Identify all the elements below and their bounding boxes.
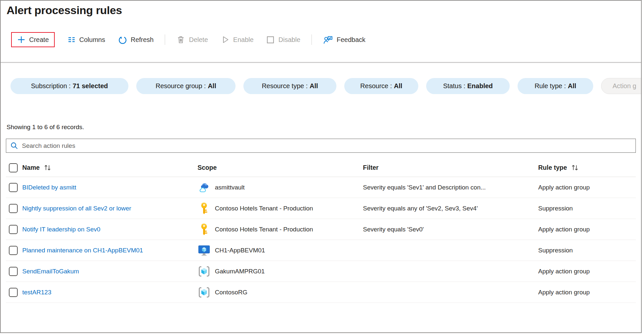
square-icon — [266, 35, 275, 44]
table-row[interactable]: Planned maintenance on CH1-AppBEVM01CH1-… — [6, 240, 636, 261]
filter-pill-resource-type[interactable]: Resource type : All — [243, 78, 336, 94]
pill-label: Subscription : — [31, 82, 70, 90]
play-icon — [220, 35, 230, 44]
virtual-machine-icon — [198, 244, 211, 257]
sort-icon — [44, 164, 52, 171]
pill-label: Rule type : — [535, 82, 566, 90]
resource-group-icon — [198, 265, 211, 278]
sort-icon — [571, 164, 579, 171]
scope-label: Contoso Hotels Tenant - Production — [215, 205, 313, 212]
pill-label: Action g — [613, 82, 636, 90]
row-checkbox[interactable] — [9, 246, 18, 255]
rule-name-link[interactable]: testAR123 — [22, 289, 51, 296]
filter-text: Severity equals 'Sev0' — [363, 226, 538, 233]
disable-label: Disable — [278, 36, 300, 44]
filter-pill-status[interactable]: Status : Enabled — [426, 78, 510, 94]
alert-processing-rules-page: Alert processing rules Create Columns Re… — [0, 0, 642, 333]
key-vault-icon — [198, 223, 211, 236]
add-icon — [17, 35, 26, 44]
table-row[interactable]: BIDeleted by asmittasmittvaultSeverity e… — [6, 177, 636, 198]
pill-value: All — [568, 82, 577, 90]
pill-value: Enabled — [467, 82, 493, 90]
columns-button[interactable]: Columns — [67, 35, 105, 44]
table-body: BIDeleted by asmittasmittvaultSeverity e… — [6, 177, 636, 303]
pill-value: All — [394, 82, 403, 90]
rule-type-text: Suppression — [538, 205, 636, 212]
row-checkbox[interactable] — [9, 267, 18, 276]
rule-type-text: Suppression — [538, 247, 636, 254]
pill-value: All — [208, 82, 216, 90]
refresh-icon — [118, 35, 127, 45]
resource-group-icon — [198, 286, 211, 299]
pill-value: 71 selected — [73, 82, 108, 90]
enable-label: Enable — [233, 36, 254, 44]
select-all-checkbox[interactable] — [9, 163, 18, 172]
filter-pill-action-g: Action g — [601, 78, 641, 94]
delete-button[interactable]: Delete — [176, 35, 208, 44]
column-header-rule-type[interactable]: Rule type — [538, 164, 636, 171]
table-row[interactable]: testAR123ContosoRGApply action group — [6, 282, 636, 303]
refresh-button[interactable]: Refresh — [118, 35, 154, 45]
row-checkbox[interactable] — [9, 288, 18, 297]
table-row[interactable]: Nightly suppression of all Sev2 or lower… — [6, 198, 636, 219]
scope-label: Contoso Hotels Tenant - Production — [215, 226, 313, 233]
filter-text: Severity equals 'Sev1' and Description c… — [363, 184, 538, 191]
rule-type-text: Apply action group — [538, 289, 636, 296]
pill-label: Resource : — [360, 82, 392, 90]
feedback-icon — [323, 35, 333, 45]
row-checkbox[interactable] — [9, 225, 18, 234]
filter-text: Severity equals any of 'Sev2, Sev3, Sev4… — [363, 205, 538, 212]
column-header-scope[interactable]: Scope — [198, 164, 363, 171]
scope-label: asmittvault — [215, 184, 245, 191]
create-label: Create — [29, 36, 49, 44]
search-box — [6, 139, 636, 153]
create-button[interactable]: Create — [11, 32, 55, 47]
toolbar-divider — [1, 62, 641, 63]
search-icon — [10, 142, 18, 150]
toolbar-separator — [165, 34, 165, 45]
disable-button[interactable]: Disable — [266, 35, 300, 44]
column-header-name[interactable]: Name — [22, 164, 198, 171]
key-vault-icon — [198, 202, 211, 215]
row-checkbox[interactable] — [9, 204, 18, 213]
columns-label: Columns — [79, 36, 105, 44]
feedback-label: Feedback — [337, 36, 366, 44]
records-count: Showing 1 to 6 of 6 records. — [7, 124, 641, 131]
rule-name-link[interactable]: Notify IT leadership on Sev0 — [22, 226, 100, 233]
rule-name-link[interactable]: BIDeleted by asmitt — [22, 184, 76, 191]
row-checkbox[interactable] — [9, 183, 18, 192]
delete-label: Delete — [189, 36, 208, 44]
search-input[interactable] — [22, 142, 632, 149]
feedback-button[interactable]: Feedback — [323, 35, 366, 45]
rule-name-link[interactable]: Planned maintenance on CH1-AppBEVM01 — [22, 247, 143, 254]
pill-label: Status : — [443, 82, 465, 90]
filter-pill-subscription[interactable]: Subscription : 71 selected — [10, 78, 128, 94]
filter-pill-resource-group[interactable]: Resource group : All — [136, 78, 236, 94]
rule-name-link[interactable]: Nightly suppression of all Sev2 or lower — [22, 205, 131, 212]
table-row[interactable]: Notify IT leadership on Sev0Contoso Hote… — [6, 219, 636, 240]
filter-pill-rule-type[interactable]: Rule type : All — [518, 78, 593, 94]
table-row[interactable]: SendEmailToGakumGakumAMPRG01Apply action… — [6, 261, 636, 282]
toolbar-separator — [312, 34, 312, 45]
enable-button[interactable]: Enable — [220, 35, 254, 44]
page-title: Alert processing rules — [1, 1, 641, 17]
rule-type-text: Apply action group — [538, 268, 636, 275]
pill-label: Resource type : — [262, 82, 308, 90]
recovery-vault-icon — [198, 181, 211, 194]
column-header-filter[interactable]: Filter — [363, 164, 538, 171]
filter-bar: Subscription : 71 selectedResource group… — [1, 78, 641, 94]
scope-label: GakumAMPRG01 — [215, 268, 265, 275]
refresh-label: Refresh — [131, 36, 154, 44]
filter-pill-resource[interactable]: Resource : All — [344, 78, 418, 94]
trash-icon — [176, 35, 185, 44]
pill-label: Resource group : — [156, 82, 206, 90]
toolbar: Create Columns Refresh Delete Enable — [1, 30, 641, 49]
rule-name-link[interactable]: SendEmailToGakum — [22, 268, 79, 275]
table-header-row: Name Scope Filter Rule type — [6, 159, 636, 177]
rule-type-text: Apply action group — [538, 184, 636, 191]
columns-icon — [67, 35, 76, 44]
rules-table: Name Scope Filter Rule type BIDeleted by… — [6, 159, 636, 303]
scope-label: ContosoRG — [215, 289, 247, 296]
rule-type-text: Apply action group — [538, 226, 636, 233]
pill-value: All — [310, 82, 318, 90]
